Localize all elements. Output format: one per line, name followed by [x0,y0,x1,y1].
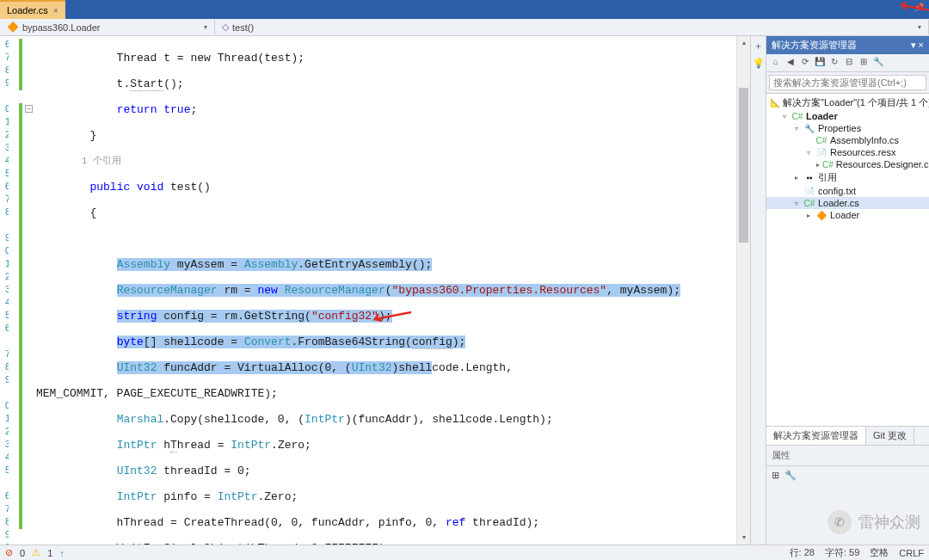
method-icon: ◇ [222,22,229,33]
search-input[interactable] [769,75,926,90]
change-margin [9,36,24,545]
scroll-down-icon[interactable]: ▾ [737,531,750,545]
status-column[interactable]: 字符: 59 [825,546,859,559]
breadcrumb-namespace[interactable]: 🔶 bypass360.Loader ▾ [0,20,215,34]
properties-toolbar: ⊞ 🔧 [766,465,929,484]
error-icon[interactable]: ⊘ [5,547,13,558]
panel-title: 解决方案资源管理器 ▾ × [766,36,929,54]
tree-assemblyinfo[interactable]: C#AssemblyInfo.cs [766,134,929,146]
status-bar: ⊘0 ⚠1 ↑ 行: 28 字符: 59 空格 CRLF [0,545,929,560]
fold-column: − [24,36,36,545]
tree-loader-class[interactable]: ▸🔶Loader [766,209,929,221]
tab-git-changes[interactable]: Git 更改 [866,427,914,445]
code-editor[interactable]: 67890123456789012345678901234567890 − Th… [0,36,766,545]
breadcrumb: 🔶 bypass360.Loader ▾ ◇ test() ▾ [0,19,929,36]
solution-explorer: 解决方案资源管理器 ▾ × ⌂ ◀ ⟳ 💾 ↻ ⊟ ⊞ 🔧 📐解决方案"Load… [766,36,929,545]
home-icon[interactable]: ⌂ [770,57,782,69]
status-line[interactable]: 行: 28 [790,546,815,559]
status-indent[interactable]: 空格 [870,546,889,559]
tab-label: Loader.cs [7,5,48,15]
chevron-down-icon: ▾ [918,23,921,31]
properties-icon[interactable]: 🔧 [872,57,884,69]
alpha-icon[interactable]: 🔧 [784,470,797,481]
build-up-icon[interactable]: ↑ [59,548,65,558]
tree-loader-cs[interactable]: ▿C#Loader.cs [766,197,929,209]
bulb-icon[interactable]: 💡 [753,58,765,69]
plus-icon[interactable]: ＋ [754,40,763,52]
scroll-up-icon[interactable]: ▴ [737,36,750,50]
scroll-thumb[interactable] [739,88,748,243]
line-numbers: 67890123456789012345678901234567890 [0,36,9,545]
warning-icon[interactable]: ⚠ [32,547,40,558]
tab-solution-explorer[interactable]: 解决方案资源管理器 [766,427,866,445]
refresh-icon[interactable]: ↻ [828,57,840,69]
panel-menu-icon[interactable]: ▾ × [911,40,924,51]
tree-resources-resx[interactable]: ▿📄Resources.resx [766,146,929,158]
panel-toolbar: ⌂ ◀ ⟳ 💾 ↻ ⊟ ⊞ 🔧 [766,54,929,72]
back-icon[interactable]: ◀ [784,57,797,69]
tree-references[interactable]: ▸▪▪引用 [766,170,929,185]
vertical-scrollbar[interactable]: ▴ ▾ [736,36,750,545]
editor-side-icons: ＋ 💡 [750,36,766,545]
sync-icon[interactable]: ⟳ [799,57,811,69]
close-icon[interactable]: × [53,6,58,15]
status-eol[interactable]: CRLF [899,548,924,558]
tree-properties[interactable]: ▿🔧Properties [766,122,929,134]
code-area[interactable]: Thread t = new Thread(test); t.Start(); … [36,36,736,545]
panel-tabs: 解决方案资源管理器 Git 更改 [766,427,929,445]
categorize-icon[interactable]: ⊞ [772,470,779,481]
tree-solution[interactable]: 📐解决方案"Loader"(1 个项目/共 1 个) [766,95,929,110]
class-icon: 🔶 [7,22,19,33]
save-icon[interactable]: 💾 [814,57,826,69]
properties-label: 属性 [766,445,929,465]
editor-tab[interactable]: Loader.cs × [0,0,65,19]
chevron-down-icon: ▾ [204,23,207,31]
tree-config[interactable]: 📄config.txt [766,185,929,197]
showall-icon[interactable]: ⊞ [858,57,870,69]
tree-resources-designer[interactable]: ▸C#Resources.Designer.cs [766,158,929,170]
fold-button[interactable]: − [25,105,33,113]
tree-project[interactable]: ▿C#Loader [766,110,929,122]
tab-bar: Loader.cs × 📌 [0,0,929,19]
pin-icon[interactable]: 📌 [914,3,924,12]
collapse-icon[interactable]: ⊟ [843,57,855,69]
panel-search [766,72,929,94]
breadcrumb-method[interactable]: ◇ test() ▾ [215,20,929,34]
solution-tree[interactable]: 📐解决方案"Loader"(1 个项目/共 1 个) ▿C#Loader ▿🔧P… [766,94,929,426]
